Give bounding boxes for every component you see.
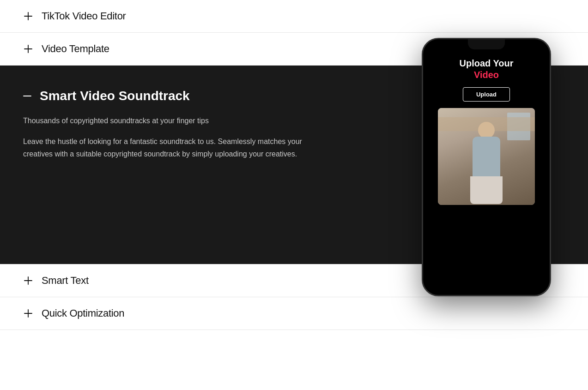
panel-description: Leave the hustle of looking for a fantas… bbox=[23, 135, 319, 160]
minus-icon bbox=[23, 92, 31, 100]
accordion-item-tiktok-video-editor: TikTok Video Editor bbox=[0, 0, 588, 33]
video-template-title: Video Template bbox=[42, 43, 109, 55]
tiktok-video-editor-title: TikTok Video Editor bbox=[42, 10, 126, 22]
person-arm bbox=[478, 156, 501, 174]
plus-icon-quick-optimization bbox=[23, 308, 33, 318]
panel-content: Thousands of copyrighted soundtracks at … bbox=[23, 114, 319, 161]
quick-optimization-title: Quick Optimization bbox=[42, 307, 124, 319]
plus-icon-smart-text bbox=[23, 276, 33, 286]
smart-text-title: Smart Text bbox=[42, 275, 89, 287]
person-head bbox=[478, 122, 495, 138]
phone-image-placeholder bbox=[438, 108, 535, 205]
phone-outer: Upload Your Video Upload bbox=[422, 38, 551, 296]
phone-upload-text: Upload Your Video bbox=[450, 58, 522, 81]
person-legs bbox=[470, 176, 503, 204]
person-figure bbox=[459, 122, 514, 205]
panel-bullet1: Thousands of copyrighted soundtracks at … bbox=[23, 114, 319, 127]
phone-upload-button[interactable]: Upload bbox=[463, 87, 510, 102]
phone-upload-line2: Video bbox=[459, 69, 513, 81]
plus-icon-video-template bbox=[23, 44, 33, 54]
smart-video-soundtrack-title: Smart Video Soundtrack bbox=[40, 89, 190, 103]
accordion-header-quick-optimization[interactable]: Quick Optimization bbox=[0, 297, 588, 330]
phone-notch bbox=[468, 39, 505, 49]
phone-mockup: Upload Your Video Upload bbox=[422, 38, 551, 296]
accordion-header-tiktok-video-editor[interactable]: TikTok Video Editor bbox=[0, 0, 588, 32]
phone-image-inner bbox=[438, 108, 535, 205]
phone-upload-line1: Upload Your bbox=[459, 58, 513, 69]
accordion-panel-smart-video-soundtrack: Upload Your Video Upload bbox=[0, 66, 588, 264]
phone-screen: Upload Your Video Upload bbox=[423, 39, 550, 295]
accordion-item-smart-video-soundtrack: Upload Your Video Upload bbox=[0, 66, 588, 264]
person-body bbox=[473, 137, 500, 178]
accordion-item-quick-optimization: Quick Optimization bbox=[0, 297, 588, 330]
plus-icon bbox=[23, 11, 33, 21]
